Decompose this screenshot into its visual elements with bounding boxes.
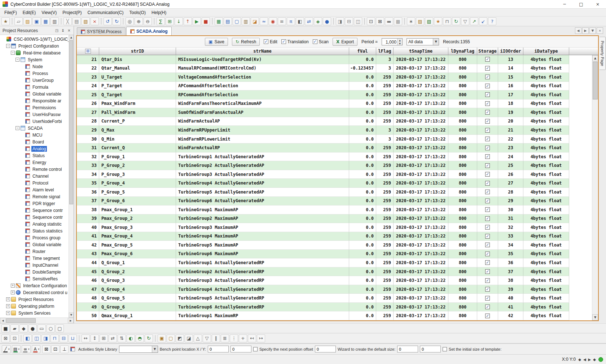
bring-forward-icon[interactable]: △ bbox=[194, 334, 202, 342]
expander-collapsed-icon[interactable]: + bbox=[11, 284, 15, 288]
cell-strName[interactable]: TurbineGroup6 MaximumAP bbox=[176, 250, 349, 259]
expander-collapsed-icon[interactable]: + bbox=[6, 297, 10, 301]
tree-item-alarm-level[interactable]: Alarm level bbox=[0, 186, 69, 193]
copy-icon[interactable]: ▤ bbox=[73, 17, 81, 25]
zoom-out-icon[interactable]: ⊖ bbox=[144, 17, 152, 25]
style-library-dropdown[interactable]: ▼ bbox=[119, 346, 158, 353]
channel-icon[interactable]: ⇄ bbox=[305, 17, 313, 25]
cell-iDataType[interactable]: 4bytes float bbox=[523, 143, 569, 152]
fullscreen-icon[interactable]: ⊠ bbox=[376, 17, 384, 25]
align-center-h-icon[interactable]: ◫ bbox=[32, 334, 41, 342]
cell-strID[interactable]: P_Group_2 bbox=[99, 161, 176, 170]
cell-iIOOrder[interactable]: 22 bbox=[498, 135, 523, 144]
bench-x-field[interactable] bbox=[208, 346, 229, 352]
cell-lFlag[interactable]: 259 bbox=[376, 143, 394, 152]
cell-iDataType[interactable]: 4bytes float bbox=[523, 64, 569, 73]
cell-rownum[interactable]: 46 bbox=[77, 276, 99, 285]
column-header-lFlag[interactable]: lFlag bbox=[376, 48, 394, 55]
tree-item-board[interactable]: Board bbox=[0, 138, 69, 145]
cell-strID[interactable]: Pmax_Group_6 bbox=[99, 250, 176, 259]
cell-rownum[interactable]: 24 bbox=[77, 82, 99, 91]
cell-strID[interactable]: Q_Group_1 bbox=[99, 258, 176, 267]
scroll-down-icon[interactable]: ▼ bbox=[69, 312, 74, 318]
cell-rownum[interactable]: 50 bbox=[77, 311, 99, 320]
expander-collapsed-icon[interactable]: + bbox=[6, 311, 10, 315]
cell-fVal[interactable]: 0.0 bbox=[349, 197, 376, 206]
cell-fVal[interactable]: 0.0 bbox=[349, 126, 376, 135]
upload-icon[interactable]: ↑ bbox=[184, 17, 192, 25]
tree-item-energy[interactable]: Energy bbox=[0, 159, 69, 166]
cell-strID[interactable]: Qmax_Group_1 bbox=[99, 311, 176, 320]
cell-lFlag[interactable]: 259 bbox=[376, 303, 394, 312]
cell-fVal[interactable]: 0.0 bbox=[349, 108, 376, 117]
cell-iDataType[interactable]: 4bytes float bbox=[523, 232, 569, 241]
cell-iDataType[interactable]: 4bytes float bbox=[523, 285, 569, 294]
cell-iIOOrder[interactable]: 16 bbox=[498, 82, 523, 91]
cell-strName[interactable]: TurbineGroup3 MaximumAP bbox=[176, 223, 349, 232]
chart-icon[interactable]: ◪ bbox=[251, 17, 259, 25]
stop-icon[interactable]: ■ bbox=[202, 17, 210, 25]
cell-strID[interactable]: P_Group_5 bbox=[99, 188, 176, 197]
cell-iIOOrder[interactable]: 35 bbox=[498, 250, 523, 259]
tab-close-icon[interactable]: × bbox=[597, 27, 603, 34]
cell-strName[interactable]: TurbineGroup4 ActuallyGeneratedAP bbox=[176, 179, 349, 188]
cell-tSnapTime[interactable]: 2020-03-17 17:13:22 bbox=[394, 126, 448, 135]
tree-item-process-group[interactable]: Process group bbox=[0, 234, 69, 241]
refresh-button[interactable]: ↻ Refresh bbox=[232, 38, 260, 46]
send-backward-icon[interactable]: ▽ bbox=[203, 334, 211, 342]
cell-lDynaFlag[interactable]: 800 bbox=[448, 117, 477, 126]
cell-rownum[interactable]: 31 bbox=[77, 143, 99, 152]
device-icon[interactable]: ◧ bbox=[296, 17, 304, 25]
table-row-27[interactable]: 27Pall_WindFarmSumOfWindFarmFansActualAP… bbox=[77, 108, 598, 117]
scroll-up-icon[interactable]: ▲ bbox=[69, 35, 74, 40]
table-row-29[interactable]: 29Q_MaxWindFarmRPUpperLimit0.032020-03-1… bbox=[77, 126, 598, 135]
table-row-40[interactable]: 40Pmax_Group_3TurbineGroup3 MaximumAP0.0… bbox=[77, 223, 598, 232]
cell-iDataType[interactable]: 4bytes float bbox=[523, 294, 569, 303]
tree-item-sequence-contr[interactable]: Sequence contr bbox=[0, 207, 69, 214]
window-split-icon[interactable]: ◫ bbox=[354, 17, 362, 25]
cell-strName[interactable]: WindFarmRPUpperLimit bbox=[176, 126, 349, 135]
cell-strName[interactable]: ManualRPCommand(HMIControlCmd) bbox=[176, 64, 349, 73]
download-icon[interactable]: ↓ bbox=[175, 17, 183, 25]
compile-icon[interactable]: ∑ bbox=[157, 17, 165, 25]
cell-iDataType[interactable]: 4bytes float bbox=[523, 108, 569, 117]
cell-Storage[interactable]: ✓ bbox=[477, 241, 498, 250]
storage-checkbox[interactable]: ✓ bbox=[485, 154, 490, 159]
filled-rect-tool-icon[interactable]: ■ bbox=[1, 324, 10, 332]
close-panel-icon[interactable]: × bbox=[66, 27, 72, 34]
column-header-fVal[interactable]: fVal bbox=[349, 48, 376, 55]
cell-lDynaFlag[interactable]: 800 bbox=[448, 241, 477, 250]
cell-tSnapTime[interactable]: 2020-03-17 17:13:22 bbox=[394, 241, 448, 250]
cell-tSnapTime[interactable]: 2020-03-17 17:13:22 bbox=[394, 55, 448, 64]
tab-scroll-right-icon[interactable]: ▶ bbox=[582, 27, 589, 34]
cell-Storage[interactable]: ✓ bbox=[477, 170, 498, 179]
filled-rounded-rect-tool-icon[interactable]: ▰ bbox=[10, 324, 19, 332]
cell-lFlag[interactable]: 259 bbox=[376, 179, 394, 188]
cell-iDataType[interactable]: 4bytes float bbox=[523, 214, 569, 223]
cell-iIOOrder[interactable]: 27 bbox=[498, 179, 523, 188]
cell-Storage[interactable]: ✓ bbox=[477, 152, 498, 161]
cell-iIOOrder[interactable]: 24 bbox=[498, 152, 523, 161]
cell-strName[interactable]: WindFarmFansTheoreticalMaximumAP bbox=[176, 99, 349, 108]
cell-iIOOrder[interactable]: 20 bbox=[498, 117, 523, 126]
storage-checkbox[interactable]: ✓ bbox=[485, 172, 490, 177]
v-distribute-icon[interactable]: ⇅ bbox=[118, 334, 126, 342]
cell-lFlag[interactable]: 3 bbox=[376, 64, 394, 73]
menu-file-f[interactable]: File(F) bbox=[1, 9, 20, 16]
cell-tSnapTime[interactable]: 2020-03-17 17:13:22 bbox=[394, 285, 448, 294]
cell-strID[interactable]: Q_Group_6 bbox=[99, 303, 176, 312]
cell-lFlag[interactable]: 3 bbox=[376, 126, 394, 135]
status-flag-icon[interactable]: ◆ bbox=[593, 358, 596, 361]
cell-strID[interactable]: Q_Target bbox=[99, 90, 176, 99]
expander-expanded-icon[interactable]: − bbox=[6, 44, 10, 48]
cell-Storage[interactable]: ✓ bbox=[477, 135, 498, 144]
tree-item-remote-signal[interactable]: Remote signal bbox=[0, 193, 69, 200]
cell-rownum[interactable]: 32 bbox=[77, 152, 99, 161]
cell-strID[interactable]: Pall_WindFarm bbox=[99, 108, 176, 117]
send-to-back-icon[interactable]: ◪ bbox=[185, 334, 193, 342]
table-row-31[interactable]: 31Current_QWindFarmActualRP0.02592020-03… bbox=[77, 143, 598, 152]
cell-lDynaFlag[interactable]: 800 bbox=[448, 64, 477, 73]
storage-checkbox[interactable]: ✓ bbox=[485, 128, 490, 133]
rotate-icon[interactable]: ↻ bbox=[145, 334, 153, 342]
same-size-icon[interactable]: ⊞ bbox=[100, 334, 108, 342]
